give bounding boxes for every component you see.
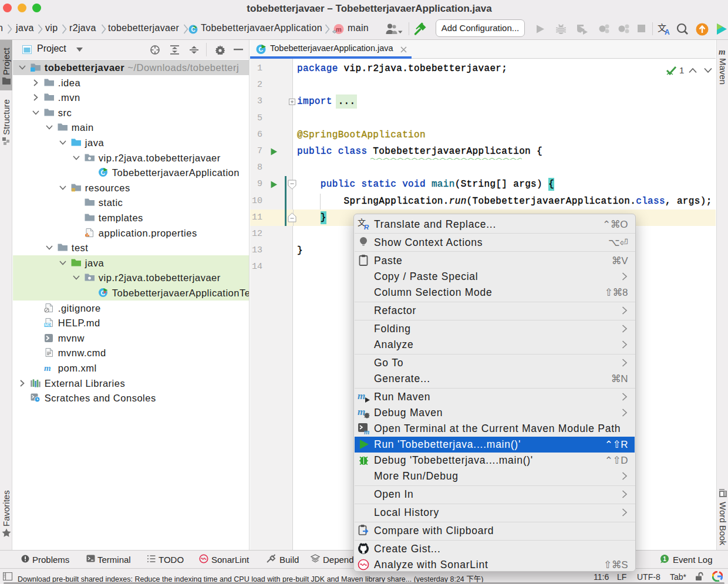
svg-text:R: R xyxy=(364,224,369,231)
svg-text:m: m xyxy=(44,363,51,373)
svg-text:m: m xyxy=(358,390,365,401)
svg-text:m: m xyxy=(358,406,365,417)
svg-text:1: 1 xyxy=(663,556,666,562)
svg-text:C: C xyxy=(191,26,195,33)
svg-text:A: A xyxy=(665,28,670,35)
svg-text:m: m xyxy=(364,428,369,435)
svg-text:m: m xyxy=(336,26,342,33)
svg-text:MD: MD xyxy=(45,323,50,327)
svg-text:m: m xyxy=(719,47,726,56)
